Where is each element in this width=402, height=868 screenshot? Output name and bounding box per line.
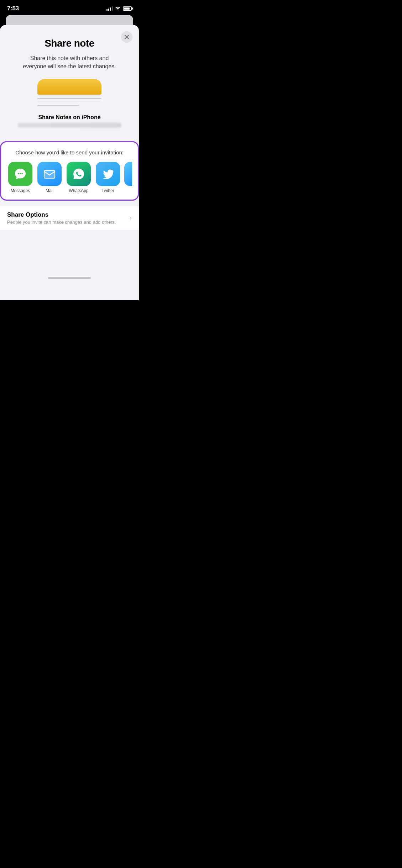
apps-row: Messages Mail xyxy=(7,162,132,193)
share-options-row[interactable]: Share Options People you invite can make… xyxy=(0,206,139,230)
chevron-right-icon: › xyxy=(130,214,132,222)
note-illustration xyxy=(37,79,101,107)
bottom-spacer xyxy=(0,230,139,274)
home-bar xyxy=(48,277,91,279)
messages-icon xyxy=(8,162,32,186)
note-line-2 xyxy=(37,102,101,102)
messages-label: Messages xyxy=(11,188,30,193)
share-sheet: Share note Share this note with others a… xyxy=(0,25,139,300)
home-indicator xyxy=(0,274,139,286)
partial-app-icon xyxy=(124,162,132,186)
twitter-icon xyxy=(96,162,120,186)
note-line-1 xyxy=(37,98,101,99)
app-item-twitter[interactable]: Twitter xyxy=(95,162,121,193)
note-subtitle: Share Notes on iPhone xyxy=(38,114,100,121)
background-card xyxy=(6,15,134,26)
app-item-mail[interactable]: Mail xyxy=(37,162,62,193)
app-item-whatsapp[interactable]: WhatsApp xyxy=(66,162,92,193)
mail-label: Mail xyxy=(46,188,53,193)
twitter-label: Twitter xyxy=(101,188,114,193)
sheet-description: Share this note with others and everyone… xyxy=(20,54,119,70)
app-item-partial[interactable] xyxy=(124,162,132,186)
mail-icon xyxy=(37,162,62,186)
svg-rect-2 xyxy=(44,170,55,178)
header-section: Share note Share this note with others a… xyxy=(0,25,139,141)
whatsapp-icon xyxy=(67,162,91,186)
share-options-description: People you invite can make changes and a… xyxy=(7,219,116,225)
sheet-title: Share note xyxy=(45,38,94,49)
app-item-messages[interactable]: Messages xyxy=(7,162,33,193)
status-time: 7:53 xyxy=(7,5,19,12)
close-button[interactable] xyxy=(121,31,132,43)
battery-icon xyxy=(123,6,132,11)
note-lines xyxy=(37,97,101,107)
note-line-3 xyxy=(37,105,79,106)
share-options-title: Share Options xyxy=(7,211,116,218)
invitation-label: Choose how you'd like to send your invit… xyxy=(7,149,132,156)
note-header xyxy=(37,79,101,95)
signal-icon xyxy=(106,6,113,11)
status-icons xyxy=(106,6,132,11)
note-blurred-text xyxy=(18,123,121,128)
whatsapp-label: WhatsApp xyxy=(69,188,88,193)
status-bar: 7:53 xyxy=(0,0,139,15)
share-options-left: Share Options People you invite can make… xyxy=(7,211,116,225)
wifi-icon xyxy=(115,6,121,11)
invitation-section: Choose how you'd like to send your invit… xyxy=(0,141,139,201)
